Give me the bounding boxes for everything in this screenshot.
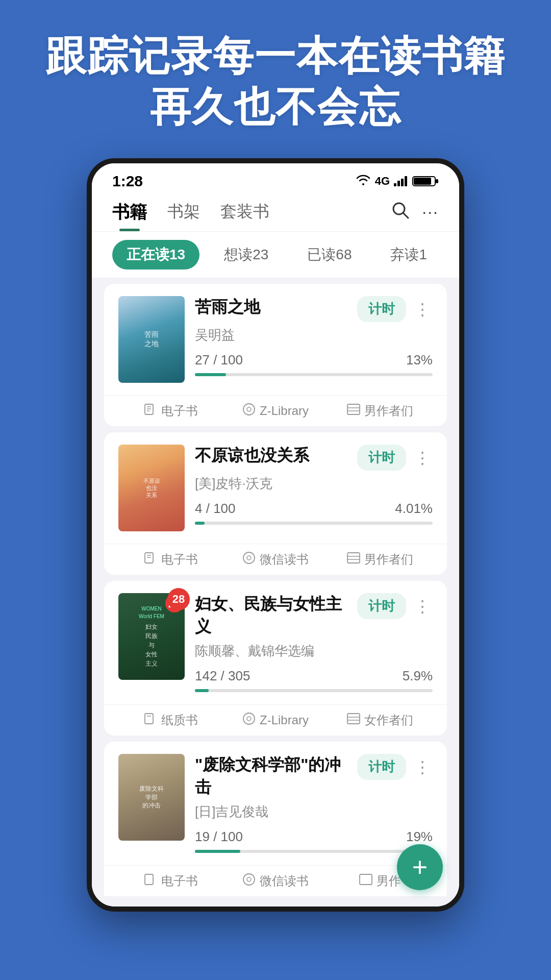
filter-read[interactable]: 已读68 [293,240,366,270]
book-type-label: 纸质书 [161,712,198,728]
book-shelf-label: 男作 [377,873,401,889]
timer-button[interactable]: 计时 [357,593,406,619]
svg-rect-3 [405,176,407,186]
book-pages: 19 / 100 [195,829,243,845]
tab-sets[interactable]: 套装书 [220,201,269,231]
book-shelf-label: 女作者们 [364,712,413,728]
book-shelf-icon [347,713,360,727]
banner: 跟踪记录每一本在读书籍 再久也不会忘 [0,0,551,158]
book-shelf-icon [347,404,360,418]
svg-rect-23 [347,553,360,563]
book-pages: 27 / 100 [195,352,243,368]
filter-want[interactable]: 想读23 [210,240,283,270]
book-card: 不原谅也没关系 不原谅也没关系 计时 ⋮ [美]皮特·沃克 4 / 1 [104,432,447,575]
filter-reading[interactable]: 正在读13 [112,240,199,270]
book-author: 吴明益 [195,326,433,344]
book-source-label: 微信读书 [260,873,309,889]
book-meta-source: Z-Library [223,403,328,419]
book-meta: 电子书 Z-Library 男作者们 [104,395,447,426]
book-author: [日]吉见俊哉 [195,803,433,821]
svg-point-14 [247,407,251,411]
add-book-fab[interactable]: + [397,844,443,890]
book-meta: 电子书 微信读书 男作者们 [104,544,447,575]
progress-bar-fill [195,373,226,376]
book-more-button[interactable]: ⋮ [412,757,433,777]
book-meta-shelf: 女作者们 [328,712,433,728]
book-meta-type: 电子书 [118,873,223,889]
book-info: 妇女、民族与女性主义 计时 ⋮ 陈顺馨、戴锦华选编 142 / 305 5.9% [195,593,433,692]
book-percent: 4.01% [395,501,433,517]
timer-button[interactable]: 计时 [357,754,406,780]
signal-bars-icon [394,176,408,186]
timer-button[interactable]: 计时 [357,296,406,322]
book-card: 苦雨之地 苦雨之地 计时 ⋮ 吴明益 27 / 100 [104,284,447,426]
book-cover-wrap: WOMENWorld FEM 28 妇女民族与女性主义 28 [118,593,185,680]
svg-point-35 [247,877,251,881]
svg-point-22 [247,556,251,560]
book-type-icon [144,404,157,418]
progress-bar-fill [195,850,240,853]
search-button[interactable] [390,200,410,224]
progress-bar [195,522,433,525]
book-more-button[interactable]: ⋮ [412,300,433,319]
book-pages: 4 / 100 [195,501,236,517]
banner-title: 跟踪记录每一本在读书籍 再久也不会忘 [20,31,531,133]
book-percent: 19% [406,829,433,845]
book-more-button[interactable]: ⋮ [412,448,433,468]
book-source-label: Z-Library [260,713,309,727]
book-source-icon [242,712,256,728]
svg-point-21 [243,552,255,564]
svg-rect-33 [145,874,153,885]
progress-bar [195,689,433,692]
book-percent: 13% [406,352,433,368]
book-author: 陈顺馨、戴锦华选编 [195,642,433,660]
book-shelf-icon [347,552,360,567]
book-type-label: 电子书 [161,873,198,889]
book-list: 苦雨之地 苦雨之地 计时 ⋮ 吴明益 27 / 100 [92,284,459,906]
book-meta-type: 电子书 [118,551,223,568]
timer-button[interactable]: 计时 [357,445,406,471]
book-type-icon [144,552,157,567]
book-type-label: 电子书 [161,403,198,419]
book-meta: 电子书 微信读书 男作 [104,865,447,896]
filter-bar: 正在读13 想读23 已读68 弃读1 [92,232,459,278]
book-source-label: 微信读书 [260,551,309,568]
book-cover-wrap: 废除文科学部的冲击 [118,754,185,841]
book-actions: 计时 ⋮ [357,593,433,619]
svg-rect-6 [436,179,438,183]
book-badge: 28 [167,588,190,610]
book-title: 苦雨之地 [195,296,357,318]
book-actions: 计时 ⋮ [357,754,433,780]
book-type-label: 电子书 [161,551,198,568]
book-meta-type: 电子书 [118,403,223,419]
book-pages: 142 / 305 [195,668,250,684]
book-type-icon [144,874,157,888]
svg-rect-1 [397,181,400,186]
book-shelf-label: 男作者们 [364,403,413,419]
book-source-icon [242,403,256,419]
book-meta-shelf: 男作者们 [328,551,433,568]
book-source-icon [242,873,256,889]
tab-books[interactable]: 书籍 [112,201,147,231]
book-meta-source: 微信读书 [223,551,328,568]
book-more-button[interactable]: ⋮ [412,597,433,616]
svg-point-13 [243,404,255,415]
battery-icon [412,175,439,187]
book-source-icon [242,551,256,568]
status-bar: 1:28 4G [92,163,459,194]
status-time: 1:28 [112,173,143,190]
book-info: 苦雨之地 计时 ⋮ 吴明益 27 / 100 13% [195,296,433,376]
book-info: "废除文科学部"的冲击 计时 ⋮ [日]吉见俊哉 19 / 100 19% [195,754,433,853]
status-icons: 4G [356,174,439,188]
book-cover: 废除文科学部的冲击 [118,754,185,841]
book-title: "废除文科学部"的冲击 [195,754,357,799]
svg-point-34 [243,874,255,885]
nav-tabs: 书籍 书架 套装书 [112,201,390,231]
more-button[interactable]: ··· [422,203,439,222]
progress-bar [195,850,433,853]
svg-rect-18 [145,553,153,563]
book-meta-type: 纸质书 [118,712,223,728]
tab-shelf[interactable]: 书架 [167,201,200,231]
nav-actions: ··· [390,200,439,231]
filter-abandoned[interactable]: 弃读1 [376,240,441,270]
